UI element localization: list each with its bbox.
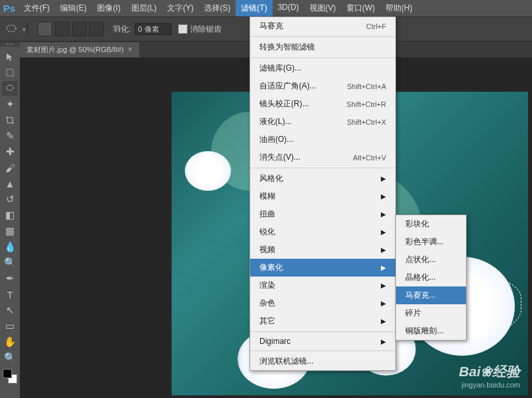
svg-point-3 [12,44,13,45]
menu-3D(D)[interactable]: 3D(D) [273,0,304,17]
menubar: Ps 文件(F)编辑(E)图像(I)图层(L)文字(Y)选择(S)滤镜(T)3D… [0,0,532,17]
color-wells[interactable] [3,369,17,383]
filter-item[interactable]: 转换为智能滤镜 [250,38,395,56]
selection-intersect-button[interactable] [89,22,104,36]
filter-item[interactable]: 模糊▶ [250,187,395,205]
close-icon[interactable]: × [128,45,133,54]
menu-图层(L)[interactable]: 图层(L) [126,0,162,17]
menu-编辑(E)[interactable]: 编辑(E) [55,0,92,17]
lasso-icon[interactable] [4,22,18,36]
eyedropper-tool[interactable]: ✎ [2,129,18,143]
crop-tool[interactable] [2,113,18,127]
brush-tool[interactable]: 🖌 [2,160,18,175]
menu-窗口(W)[interactable]: 窗口(W) [341,0,380,17]
svg-point-1 [7,44,8,45]
antialias-checkbox[interactable]: ✓ [178,24,187,34]
filter-item[interactable]: 像素化▶ [250,259,395,277]
menu-图像(I)[interactable]: 图像(I) [92,0,125,17]
submenu-item[interactable]: 铜版雕刻... [396,322,466,340]
antialias-label: 消除锯齿 [190,24,222,35]
eraser-tool[interactable]: ◧ [2,208,18,222]
filter-menu-dropdown: 马赛克Ctrl+F转换为智能滤镜滤镜库(G)...自适应广角(A)...Shif… [249,17,396,371]
submenu-item[interactable]: 彩块化 [396,215,466,233]
menu-选择(S)[interactable]: 选择(S) [199,0,236,17]
selection-new-button[interactable] [38,22,52,36]
history-brush-tool[interactable]: ↺ [2,192,18,207]
svg-point-2 [9,44,11,45]
filter-item[interactable]: 滤镜库(G)... [250,59,395,77]
filter-item[interactable]: 渲染▶ [250,277,395,294]
document-tab[interactable]: 素材图片.jpg @ 50%(RGB/8#) × [20,42,139,57]
filter-item[interactable]: 消失点(V)...Alt+Ctrl+V [250,149,395,166]
shape-tool[interactable]: ▭ [2,319,18,333]
move-tool[interactable] [2,50,18,64]
filter-item[interactable]: Digimarc▶ [250,333,395,349]
menu-帮助(H)[interactable]: 帮助(H) [380,0,418,17]
watermark: Bai❀经验 jingyan.baidu.com [459,362,520,389]
filter-item[interactable]: 马赛克Ctrl+F [250,17,395,35]
dodge-tool[interactable]: 🔍 [2,255,18,270]
svg-point-0 [7,25,16,32]
app-logo: Ps [0,0,18,17]
menu-视图(V)[interactable]: 视图(V) [304,0,341,17]
feather-input[interactable] [135,23,172,35]
submenu-item[interactable]: 碎片 [396,304,466,322]
filter-item[interactable]: 扭曲▶ [250,205,395,223]
filter-item[interactable]: 锐化▶ [250,223,395,241]
filter-item[interactable]: 镜头校正(R)...Shift+Ctrl+R [250,95,395,113]
menu-滤镜(T)[interactable]: 滤镜(T) [236,0,272,17]
filter-item[interactable]: 自适应广角(A)...Shift+Ctrl+A [250,77,395,95]
wand-tool[interactable]: ✦ [2,97,18,112]
path-tool[interactable]: ↖ [2,303,18,317]
feather-label: 羽化: [113,24,131,35]
svg-rect-4 [7,69,13,76]
filter-item[interactable]: 风格化▶ [250,170,395,187]
zoom-tool[interactable]: 🔍 [2,350,18,365]
filter-item[interactable]: 杂色▶ [250,294,395,312]
lasso-tool[interactable] [2,81,18,96]
menu-文字(Y)[interactable]: 文字(Y) [162,0,199,17]
healing-tool[interactable]: ✚ [2,145,18,159]
filter-item[interactable]: 液化(L)...Shift+Ctrl+X [250,113,395,131]
gradient-tool[interactable]: ▦ [2,224,18,238]
submenu-item[interactable]: 晶格化... [396,269,466,286]
toolbar: ✦ ✎ ✚ 🖌 ▲ ↺ ◧ ▦ 💧 🔍 ✒ T ↖ ▭ ✋ 🔍 [0,47,20,398]
document-tab-title: 素材图片.jpg @ 50%(RGB/8#) [26,45,124,55]
svg-point-5 [7,85,13,90]
marquee-tool[interactable] [2,65,18,80]
toolbar-grip[interactable] [0,42,20,47]
hand-tool[interactable]: ✋ [2,335,18,349]
submenu-item[interactable]: 点状化... [396,251,466,269]
submenu-item[interactable]: 马赛克... [396,286,466,304]
menu-文件(F)[interactable]: 文件(F) [18,0,55,17]
pixelate-submenu-dropdown: 彩块化彩色半调...点状化...晶格化...马赛克...碎片铜版雕刻... [395,215,467,341]
filter-item[interactable]: 油画(O)... [250,131,395,149]
filter-item[interactable]: 浏览联机滤镜... [250,352,395,370]
filter-item[interactable]: 其它▶ [250,312,395,330]
type-tool[interactable]: T [2,287,18,302]
blur-tool[interactable]: 💧 [2,240,18,254]
selection-subtract-button[interactable] [72,22,86,36]
submenu-item[interactable]: 彩色半调... [396,233,466,251]
filter-item[interactable]: 视频▶ [250,241,395,259]
pen-tool[interactable]: ✒ [2,271,18,286]
stamp-tool[interactable]: ▲ [2,176,18,191]
selection-add-button[interactable] [55,22,69,36]
